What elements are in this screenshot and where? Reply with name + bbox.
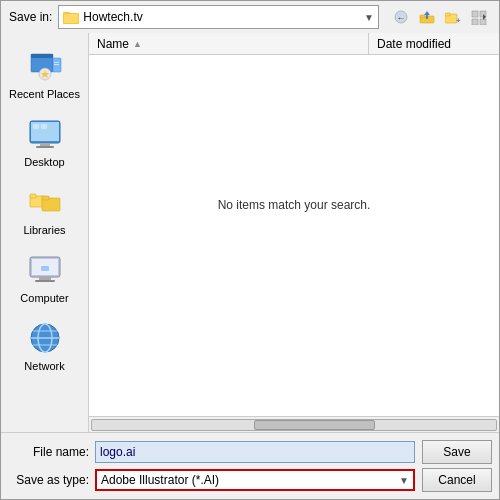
- sidebar: Recent Places: [1, 33, 89, 432]
- col-name-header[interactable]: Name ▲: [89, 33, 369, 54]
- save-type-combo[interactable]: Adobe Illustrator (*.AI) ▼: [95, 469, 415, 491]
- sidebar-label-libraries: Libraries: [23, 224, 65, 236]
- save-button[interactable]: Save: [422, 440, 492, 464]
- svg-rect-27: [36, 146, 54, 148]
- svg-text:+: +: [456, 16, 461, 25]
- svg-rect-10: [445, 13, 450, 16]
- save-type-value: Adobe Illustrator (*.AI): [101, 473, 219, 487]
- save-in-row: Save in: Howtech.tv ▼ ←: [1, 1, 499, 33]
- action-buttons: Save Cancel: [422, 440, 492, 492]
- save-in-folder-name: Howtech.tv: [83, 10, 360, 24]
- file-table: Name ▲ Date modified No items match your…: [89, 33, 499, 416]
- svg-rect-12: [472, 11, 478, 17]
- file-name-label: File name:: [9, 445, 89, 459]
- file-name-row: File name:: [9, 441, 491, 463]
- no-items-message: No items match your search.: [218, 198, 371, 212]
- libraries-icon: [25, 182, 65, 222]
- svg-rect-38: [41, 266, 49, 271]
- svg-rect-2: [64, 14, 78, 23]
- svg-rect-6: [420, 15, 425, 18]
- table-header: Name ▲ Date modified: [89, 33, 499, 55]
- network-icon: [25, 318, 65, 358]
- up-button[interactable]: [415, 5, 439, 29]
- sidebar-item-network[interactable]: Network: [5, 313, 85, 377]
- sidebar-item-desktop[interactable]: Desktop: [5, 109, 85, 173]
- desktop-icon: [25, 114, 65, 154]
- back-icon: ←: [394, 10, 408, 24]
- save-type-label: Save as type:: [9, 473, 89, 487]
- col-name-label: Name: [97, 37, 129, 51]
- toolbar-buttons: ← +: [389, 5, 491, 29]
- svg-rect-33: [42, 196, 49, 200]
- svg-rect-18: [31, 54, 53, 58]
- save-in-arrow-icon: ▼: [364, 12, 374, 23]
- svg-rect-8: [426, 15, 428, 19]
- sidebar-label-computer: Computer: [20, 292, 68, 304]
- save-type-row: Save as type: Adobe Illustrator (*.AI) ▼: [9, 469, 491, 491]
- cancel-button[interactable]: Cancel: [422, 468, 492, 492]
- views-icon: [471, 9, 487, 25]
- scrollbar-area: [89, 416, 499, 432]
- recent-places-icon: [25, 46, 65, 86]
- horizontal-scrollbar[interactable]: [91, 419, 497, 431]
- svg-rect-20: [54, 62, 59, 63]
- views-button[interactable]: [467, 5, 491, 29]
- sidebar-label-recent-places: Recent Places: [9, 88, 80, 100]
- main-area: Recent Places: [1, 33, 499, 432]
- svg-rect-28: [33, 124, 39, 129]
- svg-rect-26: [40, 143, 50, 146]
- sidebar-item-recent-places[interactable]: Recent Places: [5, 41, 85, 105]
- col-date-label: Date modified: [377, 37, 451, 51]
- new-folder-button[interactable]: +: [441, 5, 465, 29]
- save-in-label: Save in:: [9, 10, 52, 24]
- scrollbar-thumb[interactable]: [254, 420, 375, 430]
- svg-rect-14: [472, 19, 478, 25]
- back-button[interactable]: ←: [389, 5, 413, 29]
- col-date-header[interactable]: Date modified: [369, 33, 499, 54]
- svg-rect-31: [30, 194, 36, 198]
- sidebar-item-computer[interactable]: Computer: [5, 245, 85, 309]
- content-area: Name ▲ Date modified No items match your…: [89, 33, 499, 432]
- svg-marker-7: [424, 11, 430, 15]
- svg-rect-21: [54, 64, 59, 65]
- folder-icon: [63, 9, 79, 25]
- computer-icon: [25, 250, 65, 290]
- svg-rect-36: [39, 277, 51, 280]
- sidebar-item-libraries[interactable]: Libraries: [5, 177, 85, 241]
- new-folder-icon: +: [445, 9, 461, 25]
- save-in-combo[interactable]: Howtech.tv ▼: [58, 5, 379, 29]
- sidebar-label-network: Network: [24, 360, 64, 372]
- up-icon: [419, 9, 435, 25]
- file-name-input[interactable]: [95, 441, 415, 463]
- svg-text:←: ←: [397, 13, 406, 23]
- table-body: No items match your search.: [89, 55, 499, 355]
- svg-rect-29: [41, 124, 47, 129]
- save-type-arrow-icon: ▼: [399, 475, 409, 486]
- sort-arrow-icon: ▲: [133, 39, 142, 49]
- svg-rect-37: [35, 280, 55, 282]
- sidebar-label-desktop: Desktop: [24, 156, 64, 168]
